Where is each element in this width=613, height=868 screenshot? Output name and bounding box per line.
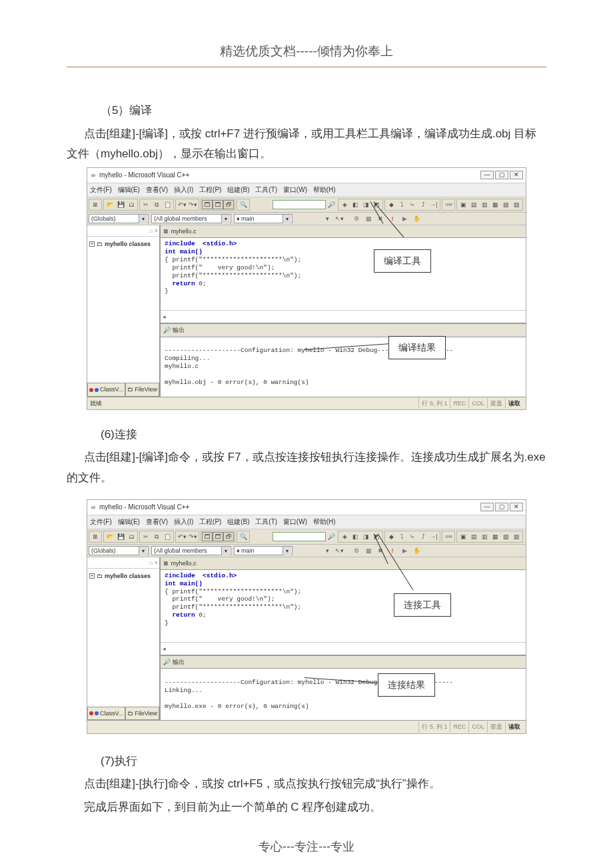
members-combo[interactable]: (All global members xyxy=(151,546,231,555)
tab-fileview[interactable]: 🗀 FileView xyxy=(125,383,159,396)
step-out-icon[interactable]: ⤴ xyxy=(418,200,428,209)
breakpoint-icon[interactable]: ✋ xyxy=(411,214,422,223)
editor-tab[interactable]: 🗎 myhello.c xyxy=(161,557,526,570)
go-debug-icon[interactable]: ▶ xyxy=(399,214,410,223)
tb-icon[interactable]: ◨ xyxy=(360,532,371,541)
tb-icon[interactable]: ◈ xyxy=(339,532,350,541)
run-to-cursor-icon[interactable]: →| xyxy=(428,200,439,209)
step-out-icon[interactable]: ⤴ xyxy=(418,532,428,541)
code-editor[interactable]: #include <stdio.h> int main() { printf("… xyxy=(161,238,526,310)
quickwatch-icon[interactable]: 👓 xyxy=(443,200,454,209)
menu-insert[interactable]: 插入(I) xyxy=(174,186,193,193)
expand-icon[interactable]: + xyxy=(89,573,95,579)
paste-icon[interactable]: 📋 xyxy=(162,200,173,209)
save-icon[interactable]: 💾 xyxy=(115,532,126,541)
tab-classview[interactable]: ClassV... xyxy=(87,707,125,720)
expand-icon[interactable]: + xyxy=(89,241,95,247)
tb-icon[interactable]: ◧ xyxy=(350,200,360,209)
go-icon[interactable]: ◆ xyxy=(386,200,396,209)
menu-view[interactable]: 查看(V) xyxy=(146,518,168,525)
d4-icon[interactable]: ▦ xyxy=(490,532,500,541)
scope-combo[interactable]: (Globals) xyxy=(89,546,149,555)
minimize-button[interactable]: — xyxy=(480,503,494,511)
menu-edit[interactable]: 编辑(E) xyxy=(118,518,140,525)
output-tab[interactable]: 🔎 输出 xyxy=(161,655,526,669)
hscroll[interactable]: ◂ xyxy=(161,310,526,323)
step-into-icon[interactable]: ⤷ xyxy=(407,200,418,209)
nav-fwd-icon[interactable]: ↖▾ xyxy=(334,214,344,223)
menu-tools[interactable]: 工具(T) xyxy=(255,518,277,525)
d6-icon[interactable]: ▨ xyxy=(511,200,522,209)
tab-classview[interactable]: ClassV... xyxy=(87,383,125,396)
code-editor[interactable]: #include <stdio.h> int main() { printf("… xyxy=(161,570,526,642)
undo-icon[interactable]: ↶▾ xyxy=(177,532,187,541)
tb-icon[interactable]: ◧ xyxy=(350,532,360,541)
output-icon[interactable]: 🗖 xyxy=(213,532,223,541)
minimize-button[interactable]: — xyxy=(480,171,494,179)
menu-project[interactable]: 工程(P) xyxy=(199,518,221,525)
save-icon[interactable]: 💾 xyxy=(115,200,126,209)
d4-icon[interactable]: ▦ xyxy=(490,200,500,209)
menu-help[interactable]: 帮助(H) xyxy=(313,186,336,193)
close-button[interactable]: ✕ xyxy=(510,503,523,511)
tab-fileview[interactable]: 🗀 FileView xyxy=(125,707,159,720)
go-icon[interactable]: ◆ xyxy=(386,532,396,541)
cut-icon[interactable]: ✂ xyxy=(141,200,151,209)
hscroll[interactable]: ◂ xyxy=(161,642,526,655)
members-combo[interactable]: (All global members xyxy=(151,214,231,223)
quickwatch-icon[interactable]: 👓 xyxy=(443,532,454,541)
maximize-button[interactable]: ▢ xyxy=(495,503,508,511)
class-tree[interactable]: + 🗀 myhello classes xyxy=(87,569,159,707)
menu-bar[interactable]: 文件(F) 编辑(E) 查看(V) 插入(I) 工程(P) 组建(B) 工具(T… xyxy=(87,515,526,529)
open-icon[interactable]: 📂 xyxy=(105,200,115,209)
class-tree[interactable]: + 🗀 myhello classes xyxy=(87,237,159,383)
d1-icon[interactable]: ▣ xyxy=(458,200,468,209)
nav-back-icon[interactable]: ▾ xyxy=(322,214,332,223)
redo-icon[interactable]: ↷▾ xyxy=(187,532,198,541)
menu-tools[interactable]: 工具(T) xyxy=(255,186,277,193)
find-icon[interactable]: 🔎 xyxy=(326,200,336,209)
d2-icon[interactable]: ▤ xyxy=(468,200,479,209)
open-icon[interactable]: 📂 xyxy=(105,532,115,541)
menu-file[interactable]: 文件(F) xyxy=(90,186,112,193)
menu-window[interactable]: 窗口(W) xyxy=(283,518,307,525)
undo-icon[interactable]: ↶▾ xyxy=(177,200,187,209)
d2-icon[interactable]: ▤ xyxy=(468,532,479,541)
menu-view[interactable]: 查看(V) xyxy=(146,186,168,193)
compile-icon[interactable]: ⚙ xyxy=(351,214,362,223)
paste-icon[interactable]: 📋 xyxy=(162,532,173,541)
save-all-icon[interactable]: 🗂 xyxy=(126,200,137,209)
maximize-button[interactable]: ▢ xyxy=(495,171,508,179)
nav-back-icon[interactable]: ▾ xyxy=(322,546,332,555)
workspace-icon[interactable]: 🗔 xyxy=(202,532,213,541)
d5-icon[interactable]: ▧ xyxy=(500,200,511,209)
menu-file[interactable]: 文件(F) xyxy=(90,518,112,525)
find-icon[interactable]: 🔎 xyxy=(326,532,336,541)
d3-icon[interactable]: ▥ xyxy=(479,532,490,541)
menu-edit[interactable]: 编辑(E) xyxy=(118,186,140,193)
new-file-icon[interactable]: 🗎 xyxy=(90,200,101,209)
compile-icon[interactable]: ⚙ xyxy=(351,546,362,555)
breakpoint-icon[interactable]: ✋ xyxy=(411,546,422,555)
function-combo[interactable]: ♦ main xyxy=(234,546,293,555)
find-in-files-icon[interactable]: 🔍 xyxy=(238,532,249,541)
d3-icon[interactable]: ▥ xyxy=(479,200,490,209)
build-icon[interactable]: ▦ xyxy=(363,214,374,223)
menu-project[interactable]: 工程(P) xyxy=(199,186,221,193)
step-over-icon[interactable]: ⤵ xyxy=(396,532,407,541)
copy-icon[interactable]: ⧉ xyxy=(151,200,162,209)
run-to-cursor-icon[interactable]: →| xyxy=(428,532,439,541)
scope-combo[interactable]: (Globals) xyxy=(89,214,149,223)
window-list-icon[interactable]: 🗗 xyxy=(223,200,234,209)
step-into-icon[interactable]: ⤷ xyxy=(407,532,418,541)
nav-fwd-icon[interactable]: ↖▾ xyxy=(334,546,344,555)
d5-icon[interactable]: ▧ xyxy=(500,532,511,541)
cut-icon[interactable]: ✂ xyxy=(141,532,151,541)
menu-window[interactable]: 窗口(W) xyxy=(283,186,307,193)
workspace-icon[interactable]: 🗔 xyxy=(202,200,213,209)
search-input[interactable] xyxy=(273,200,326,209)
redo-icon[interactable]: ↷▾ xyxy=(187,200,198,209)
output-icon[interactable]: 🗖 xyxy=(213,200,223,209)
d6-icon[interactable]: ▨ xyxy=(511,532,522,541)
output-tab[interactable]: 🔎 输出 xyxy=(161,323,526,337)
